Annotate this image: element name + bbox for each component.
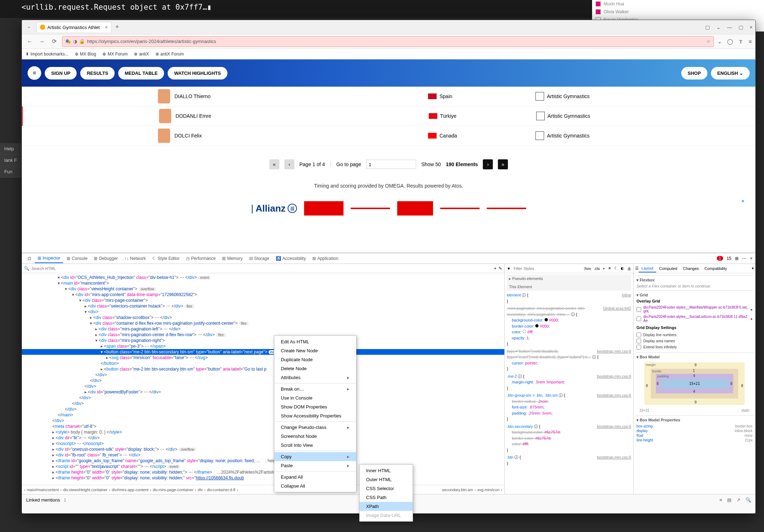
tab-inspector[interactable]: ⊞ Inspector (35, 254, 63, 263)
menu-icon[interactable]: ≡ (749, 38, 752, 45)
maximize-icon[interactable]: ▢ (739, 24, 743, 30)
chevron-down-icon[interactable]: ⌄ (716, 24, 721, 30)
eyedropper-icon[interactable]: ✎ (499, 266, 502, 271)
dom-tree[interactable]: ▾ <div id="OCS_Athletes_Hub_Injection" c… (22, 273, 504, 485)
ctx-paste[interactable]: Paste (274, 461, 356, 470)
signup-button[interactable]: SIGN UP (45, 67, 77, 79)
ctx-delete-node[interactable]: Delete Node (274, 364, 356, 373)
layout-tab-layout[interactable]: Layout (639, 265, 656, 272)
hov-toggle[interactable]: :hov (583, 266, 591, 271)
layout-menu-icon[interactable]: ☰ (635, 266, 639, 271)
reload-button[interactable]: ⟳ (50, 37, 58, 46)
results-button[interactable]: RESULTS (80, 67, 115, 79)
prev-page-button[interactable]: ‹ (284, 159, 294, 169)
tab-debugger[interactable]: ⊞ Debugger (91, 254, 121, 263)
bookmark-mxforum[interactable]: ⊕ MX Forum (102, 52, 128, 57)
ctx-sub-css-selector[interactable]: CSS Selector (360, 484, 413, 493)
tab-storage[interactable]: ⊟ Storage (246, 254, 272, 263)
contrast-icon[interactable]: ◐ (621, 266, 624, 271)
error-badge[interactable]: 1 (717, 256, 723, 261)
forward-button[interactable]: → (38, 37, 46, 46)
layout-dropdown-icon[interactable]: ▾ (752, 266, 754, 271)
dark-mode-icon[interactable]: ☾ (614, 266, 618, 271)
filter-styles-input[interactable] (514, 266, 581, 271)
ctx-sub-inner-html[interactable]: Inner HTML (360, 466, 413, 475)
iframe-icon[interactable]: ⊞ (735, 256, 739, 261)
grid-overlay-check-1[interactable] (636, 307, 641, 312)
tab-close-icon[interactable]: × (105, 24, 108, 30)
ctx-create-node[interactable]: Create New Node (274, 346, 356, 355)
watch-highlights-button[interactable]: WATCH HIGHLIGHTS (168, 67, 227, 79)
breadcrumb-trail[interactable]: ‹ main#maincontent› div.viewsHeight.cont… (22, 485, 504, 494)
bookmark-antix[interactable]: ⊕ antiX (134, 52, 149, 57)
bookmark-star-icon[interactable]: ☆ (706, 39, 711, 44)
ctx-break-on[interactable]: Break on… (274, 385, 356, 393)
tab-memory[interactable]: ⊞ Memory (219, 254, 245, 263)
this-element-section[interactable]: This Element (507, 283, 631, 291)
mentions-icon-2[interactable]: ▤ (727, 497, 731, 503)
last-page-button[interactable]: » (498, 159, 508, 169)
ctx-sub-xpath[interactable]: XPath (360, 502, 413, 511)
ctx-collapse-all[interactable]: Collapse All (274, 482, 356, 490)
url-input[interactable]: 🎭 ◑ 🔒 https://olympics.com/en/paris-2024… (62, 36, 714, 47)
ctx-edit-html[interactable]: Edit As HTML (274, 337, 356, 346)
ctx-attributes[interactable]: Attributes (274, 373, 356, 382)
extensions-icon[interactable]: ⫪ (738, 38, 744, 45)
ctx-scroll-into-view[interactable]: Scroll Into View (274, 441, 356, 450)
ad-close-icon[interactable]: ✕ (741, 199, 745, 204)
warning-count[interactable]: 15 (727, 256, 731, 261)
add-rule-icon[interactable]: + (603, 266, 605, 271)
next-page-button[interactable]: › (483, 159, 493, 169)
athlete-row[interactable]: DIALLO Thierno Spain Artistic Gymnastics (22, 87, 755, 106)
pocket-icon[interactable]: ⌄ (717, 38, 722, 45)
minimize-icon[interactable]: — (727, 24, 732, 30)
new-tab-button[interactable]: + (115, 23, 119, 31)
ctx-copy[interactable]: Copy (274, 452, 356, 461)
bookmark-antixforum[interactable]: ⊕ antiX Forum (155, 52, 184, 57)
ctx-duplicate-node[interactable]: Duplicate Node (274, 355, 356, 364)
athlete-row[interactable]: DODANLI Emre Türkiye Artistic Gymnastics (22, 106, 755, 126)
ctx-screenshot[interactable]: Screenshot Node (274, 432, 356, 441)
mentions-icon-1[interactable]: ≡ (719, 497, 722, 503)
tab-performance[interactable]: ◷ Performance (183, 254, 218, 263)
firefox-view-icon[interactable]: ▫ (25, 23, 33, 32)
bookmark-mxblog[interactable]: ⊕ MX Blog (75, 52, 96, 57)
display-line-numbers-check[interactable] (636, 333, 641, 337)
browser-tab[interactable]: Artistic Gymnastics Athlet × (36, 22, 112, 32)
page-menu-icon[interactable]: ≡ (28, 66, 41, 80)
layout-tab-compat[interactable]: Compatibility (702, 265, 730, 272)
ctx-sub-css-path[interactable]: CSS Path (360, 493, 413, 502)
layout-tab-computed[interactable]: Computed (656, 265, 680, 272)
pseudo-elements-section[interactable]: ▸ Pseudo-elements (507, 275, 631, 283)
back-button[interactable]: ← (25, 37, 34, 46)
tab-style-editor[interactable]: ☾ Style Editor (149, 254, 182, 263)
athlete-row[interactable]: DOLCI Felix Canada Artistic Gymnastics (22, 126, 755, 146)
extend-lines-check[interactable] (636, 345, 641, 349)
ctx-show-dom[interactable]: Show DOM Properties (274, 402, 356, 411)
display-area-names-check[interactable] (636, 339, 641, 343)
account-icon[interactable]: ◯ (727, 38, 733, 45)
tab-accessibility[interactable]: ♿ Accessibility (273, 254, 309, 263)
layout-tab-changes[interactable]: Changes (680, 265, 702, 272)
mentions-search-icon[interactable]: 🔍 (745, 497, 751, 503)
mentions-icon-3[interactable]: ↗ (736, 497, 740, 503)
devtools-more-icon[interactable]: ⋯ (742, 256, 746, 261)
cls-toggle[interactable]: .cls (594, 266, 600, 271)
print-sim-icon[interactable]: 🖨 (627, 266, 631, 271)
first-page-button[interactable]: « (269, 159, 279, 169)
add-node-icon[interactable]: + (494, 266, 496, 271)
tab-application[interactable]: ⊞ Application (309, 254, 341, 263)
bookmark-import[interactable]: ⬇ Import bookmarks... (25, 52, 68, 57)
inspector-picker-icon[interactable]: ⊡ (25, 254, 34, 263)
grid-overlay-check-2[interactable] (636, 316, 641, 321)
list-tabs-icon[interactable]: ▢ (705, 24, 710, 30)
tab-console[interactable]: ⊞ Console (64, 254, 90, 263)
page-number-input[interactable] (366, 160, 416, 169)
ctx-show-a11y[interactable]: Show Accessibility Properties (274, 411, 356, 420)
ctx-expand-all[interactable]: Expand All (274, 473, 356, 482)
language-button[interactable]: ENGLISH ⌄ (711, 67, 750, 79)
shop-button[interactable]: SHOP (681, 67, 707, 79)
ctx-pseudo-class[interactable]: Change Pseudo-class (274, 423, 356, 432)
devtools-close-icon[interactable]: × (750, 256, 753, 261)
tab-network[interactable]: ↑↓ Network (121, 254, 149, 263)
